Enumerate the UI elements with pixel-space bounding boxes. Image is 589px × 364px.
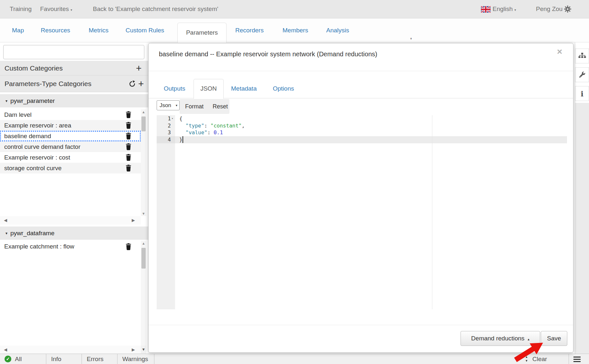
tab-parameters[interactable]: Parameters [177, 23, 227, 43]
search-input[interactable] [3, 45, 144, 59]
scroll-up-icon[interactable]: ▲ [141, 241, 146, 245]
list-item-baseline-demand[interactable]: baseline demand [0, 131, 141, 141]
trash-icon[interactable] [126, 122, 131, 129]
scroll-right-icon[interactable]: ▶ [132, 216, 135, 225]
annotation-arrow [511, 333, 547, 364]
type-categories-title: Parameters-Type Categories [5, 75, 91, 92]
close-icon[interactable]: × [557, 47, 562, 56]
tab-recorders[interactable]: Recorders [235, 18, 264, 42]
divider [149, 325, 573, 325]
trash-icon[interactable] [126, 133, 131, 139]
info-button[interactable]: i [575, 86, 589, 101]
format-button[interactable]: Format [185, 99, 204, 114]
panel-tab-options[interactable]: Options [273, 79, 294, 98]
code-line-4: } [179, 136, 245, 143]
list1-horizontal-scrollbar[interactable]: ◀ ▶ [0, 216, 141, 225]
code-token [179, 129, 185, 136]
add-custom-category-button[interactable]: + [136, 63, 142, 73]
language-label: English [493, 6, 513, 12]
line-number: 2 [157, 122, 171, 129]
tab-members[interactable]: Members [283, 18, 308, 42]
divider [149, 71, 573, 71]
filter-errors[interactable]: Errors [87, 354, 104, 364]
list-item-label: Example reservoir : area [4, 122, 71, 129]
editor-toolbar: Format Reset [180, 99, 229, 114]
trash-icon[interactable] [126, 154, 131, 161]
tab-metrics[interactable]: Metrics [89, 18, 108, 42]
list-item-label: baseline demand [4, 133, 51, 139]
list-item-control-curve-demand-factor[interactable]: control curve demand factor [0, 141, 141, 152]
right-toolbar: i [575, 18, 589, 354]
panel-title: baseline demand -- Example reservoir sys… [159, 50, 377, 58]
line-number: 1 [157, 115, 171, 122]
chevron-down-icon: ▾ [515, 8, 516, 12]
list-item-reservoir-area[interactable]: Example reservoir : area [0, 120, 141, 131]
list-item-reservoir-cost[interactable]: Example reservoir : cost [0, 152, 141, 163]
nav-favourites[interactable]: Favourites ▾ [40, 0, 72, 19]
scrollbar-thumb[interactable] [141, 248, 146, 269]
scroll-down-icon[interactable]: ▼ [141, 212, 146, 215]
scroll-down-icon[interactable]: ▼ [141, 346, 146, 354]
scroll-left-icon[interactable]: ◀ [4, 346, 7, 354]
stray-mark: ' [410, 36, 412, 45]
tab-resources[interactable]: Resources [41, 18, 70, 42]
add-type-category-button[interactable]: + [138, 79, 144, 89]
list-item-storage-control-curve[interactable]: storage control curve [0, 163, 141, 173]
list2-vertical-scrollbar[interactable]: ▲ [141, 241, 146, 346]
trash-icon[interactable] [126, 111, 131, 118]
panel-tab-outputs[interactable]: Outputs [164, 79, 185, 98]
divider [117, 354, 117, 364]
panel-tab-json[interactable]: JSON [194, 79, 224, 99]
parameter-detail-panel: baseline demand -- Example reservoir sys… [148, 43, 573, 353]
main-tab-bar: Map Resources Metrics Custom Rules Param… [0, 18, 589, 42]
panel-tab-metadata[interactable]: Metadata [231, 79, 257, 98]
settings-button[interactable] [575, 67, 589, 82]
filter-info[interactable]: Info [51, 354, 61, 364]
trash-icon[interactable] [126, 243, 131, 250]
list2-horizontal-scrollbar[interactable]: ◀ ▶ [0, 346, 141, 354]
filter-warnings[interactable]: Warnings [122, 354, 148, 364]
info-icon: i [581, 89, 583, 98]
trash-icon[interactable] [126, 143, 131, 150]
code-token [179, 123, 185, 129]
list-item-dam-level[interactable]: Dam level [0, 109, 141, 120]
scrollbar-thumb[interactable] [141, 116, 146, 131]
divider [82, 354, 82, 364]
scroll-up-icon[interactable]: ▲ [141, 110, 146, 114]
filter-all[interactable]: All [15, 354, 22, 364]
print-margin-line [432, 115, 432, 309]
json-code-editor[interactable]: 1 2 3 4 ▾ { "type": "constant", "value":… [157, 115, 567, 309]
log-menu-icon[interactable] [573, 357, 581, 363]
code-token: "type" [185, 123, 204, 129]
network-tree-button[interactable] [575, 49, 589, 63]
gear-icon[interactable] [564, 5, 572, 13]
code-line-3: "value": 0.1 [179, 129, 245, 136]
check-icon: ✓ [5, 356, 11, 362]
tab-analysis[interactable]: Analysis [326, 18, 349, 42]
group-pywr-parameter[interactable]: ▾ pywr_parameter [0, 94, 148, 107]
nav-brand[interactable]: Training [10, 0, 32, 18]
scroll-right-icon[interactable]: ▶ [132, 346, 135, 354]
tab-map[interactable]: Map [12, 18, 24, 42]
code-token: : [204, 123, 210, 129]
editor-mode-value: Json [160, 101, 171, 110]
nav-back-link[interactable]: Back to 'Example catchment reservoir sys… [93, 0, 218, 18]
code-token: , [242, 123, 245, 129]
list-item-label: control curve demand factor [4, 143, 81, 150]
editor-gutter: 1 2 3 4 ▾ [157, 115, 175, 309]
code-token: "value" [185, 129, 207, 136]
refresh-icon[interactable] [128, 80, 136, 88]
editor-mode-select[interactable]: Json ▾ [157, 100, 180, 110]
language-selector[interactable]: English ▾ [493, 0, 516, 19]
divider [46, 354, 46, 364]
trash-icon[interactable] [126, 165, 131, 171]
user-menu[interactable]: Peng Zou [536, 0, 562, 18]
tab-custom-rules[interactable]: Custom Rules [126, 18, 164, 42]
sitemap-icon [578, 53, 586, 59]
fold-caret-icon[interactable]: ▾ [172, 117, 173, 120]
list-item-catchment-flow[interactable]: Example catchment : flow [0, 241, 141, 252]
list1-vertical-scrollbar[interactable]: ▲ ▼ [141, 109, 146, 216]
reset-button[interactable]: Reset [213, 99, 228, 114]
group-pywr-dataframe[interactable]: ▾ pywr_dataframe [0, 226, 148, 240]
scroll-left-icon[interactable]: ◀ [4, 216, 7, 225]
